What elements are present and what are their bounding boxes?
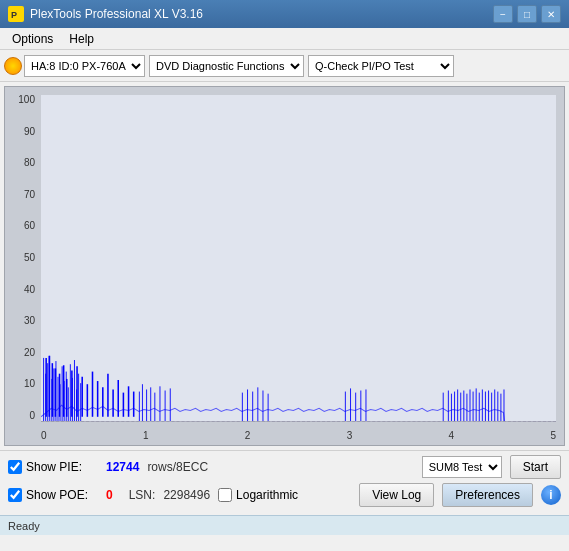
y-label-80: 80 bbox=[24, 158, 35, 168]
svg-rect-54 bbox=[485, 392, 486, 421]
logarithmic-text: Logarithmic bbox=[236, 488, 298, 502]
svg-rect-3 bbox=[43, 358, 44, 421]
grid-line-0 bbox=[41, 421, 556, 422]
y-axis: 100 90 80 70 60 50 40 30 20 10 0 bbox=[5, 95, 39, 421]
svg-rect-46 bbox=[460, 393, 461, 421]
y-label-70: 70 bbox=[24, 190, 35, 200]
svg-rect-56 bbox=[491, 393, 492, 421]
function-select[interactable]: DVD Diagnostic Functions CD Diagnostic F… bbox=[149, 55, 304, 77]
svg-rect-41 bbox=[443, 393, 444, 421]
y-label-10: 10 bbox=[24, 379, 35, 389]
svg-rect-40 bbox=[365, 389, 366, 421]
svg-rect-33 bbox=[257, 387, 258, 421]
svg-rect-32 bbox=[252, 392, 253, 421]
logarithmic-label[interactable]: Logarithmic bbox=[218, 488, 298, 502]
svg-rect-58 bbox=[497, 392, 498, 421]
close-button[interactable]: ✕ bbox=[541, 5, 561, 23]
menu-options[interactable]: Options bbox=[4, 30, 61, 48]
svg-rect-31 bbox=[247, 389, 248, 421]
rows-label: rows/8ECC bbox=[147, 460, 208, 474]
svg-rect-10 bbox=[57, 377, 58, 421]
svg-rect-59 bbox=[500, 394, 501, 421]
minimize-button[interactable]: − bbox=[493, 5, 513, 23]
svg-rect-21 bbox=[80, 383, 81, 421]
x-label-2: 2 bbox=[245, 430, 251, 441]
view-log-button[interactable]: View Log bbox=[359, 483, 434, 507]
drive-selector-group: HA:8 ID:0 PX-760A bbox=[4, 55, 145, 77]
svg-rect-51 bbox=[476, 388, 477, 421]
svg-rect-36 bbox=[345, 392, 346, 421]
y-label-100: 100 bbox=[18, 95, 35, 105]
svg-rect-2 bbox=[41, 95, 556, 421]
test-select[interactable]: Q-Check PI/PO Test Q-Check Beta/Jitter T… bbox=[308, 55, 454, 77]
title-text: PlexTools Professional XL V3.16 bbox=[30, 7, 203, 21]
preferences-button[interactable]: Preferences bbox=[442, 483, 533, 507]
bottom-panel: Show PIE: 12744 rows/8ECC SUM8 Test SUM1… bbox=[0, 450, 569, 515]
drive-select[interactable]: HA:8 ID:0 PX-760A bbox=[24, 55, 145, 77]
svg-rect-25 bbox=[150, 387, 151, 421]
x-axis: 0 1 2 3 4 5 bbox=[41, 430, 556, 441]
svg-rect-37 bbox=[350, 388, 351, 421]
pie-label-text: Show PIE: bbox=[26, 460, 82, 474]
logarithmic-checkbox[interactable] bbox=[218, 488, 232, 502]
title-controls: − □ ✕ bbox=[493, 5, 561, 23]
maximize-button[interactable]: □ bbox=[517, 5, 537, 23]
svg-rect-52 bbox=[479, 393, 480, 421]
toolbar: HA:8 ID:0 PX-760A DVD Diagnostic Functio… bbox=[0, 50, 569, 82]
svg-rect-55 bbox=[488, 391, 489, 421]
start-button[interactable]: Start bbox=[510, 455, 561, 479]
x-label-3: 3 bbox=[347, 430, 353, 441]
svg-rect-26 bbox=[154, 393, 155, 421]
y-label-30: 30 bbox=[24, 316, 35, 326]
x-label-4: 4 bbox=[449, 430, 455, 441]
x-label-0: 0 bbox=[41, 430, 47, 441]
menu-bar: Options Help bbox=[0, 28, 569, 50]
plextor-icon bbox=[4, 57, 22, 75]
poe-value: 0 bbox=[106, 488, 113, 502]
controls-row-2: Show POE: 0 LSN: 2298496 Logarithmic Vie… bbox=[8, 483, 561, 507]
lsn-value: 2298496 bbox=[163, 488, 210, 502]
chart-svg bbox=[41, 95, 556, 421]
y-label-40: 40 bbox=[24, 285, 35, 295]
status-bar: Ready bbox=[0, 515, 569, 535]
svg-rect-24 bbox=[146, 389, 147, 421]
svg-rect-44 bbox=[454, 392, 455, 421]
svg-rect-20 bbox=[78, 374, 79, 421]
controls-row-1: Show PIE: 12744 rows/8ECC SUM8 Test SUM1… bbox=[8, 455, 561, 479]
pie-checkbox-label[interactable]: Show PIE: bbox=[8, 460, 98, 474]
svg-rect-34 bbox=[262, 391, 263, 421]
svg-rect-30 bbox=[242, 393, 243, 421]
y-label-60: 60 bbox=[24, 221, 35, 231]
svg-rect-38 bbox=[355, 393, 356, 421]
svg-rect-29 bbox=[170, 388, 171, 421]
svg-rect-27 bbox=[159, 386, 160, 421]
x-label-5: 5 bbox=[550, 430, 556, 441]
menu-help[interactable]: Help bbox=[61, 30, 102, 48]
y-label-20: 20 bbox=[24, 348, 35, 358]
svg-rect-23 bbox=[142, 384, 143, 421]
svg-rect-48 bbox=[466, 394, 467, 421]
poe-label-text: Show POE: bbox=[26, 488, 88, 502]
app-icon: P bbox=[8, 6, 24, 22]
svg-rect-57 bbox=[494, 389, 495, 421]
svg-rect-35 bbox=[268, 394, 269, 421]
y-label-50: 50 bbox=[24, 253, 35, 263]
svg-rect-28 bbox=[165, 391, 166, 421]
pie-checkbox[interactable] bbox=[8, 460, 22, 474]
info-icon[interactable]: i bbox=[541, 485, 561, 505]
svg-rect-39 bbox=[360, 391, 361, 421]
svg-rect-50 bbox=[473, 392, 474, 421]
lsn-label: LSN: bbox=[129, 488, 156, 502]
status-text: Ready bbox=[8, 520, 40, 532]
svg-rect-42 bbox=[448, 391, 449, 421]
chart-area bbox=[41, 95, 556, 421]
svg-rect-18 bbox=[74, 360, 75, 421]
svg-rect-53 bbox=[482, 389, 483, 421]
sum-test-select[interactable]: SUM8 Test SUM1 Test bbox=[422, 456, 502, 478]
poe-checkbox-label[interactable]: Show POE: bbox=[8, 488, 98, 502]
svg-rect-47 bbox=[463, 391, 464, 421]
y-label-0: 0 bbox=[29, 411, 35, 421]
svg-rect-16 bbox=[70, 364, 71, 421]
poe-checkbox[interactable] bbox=[8, 488, 22, 502]
pie-value: 12744 bbox=[106, 460, 139, 474]
